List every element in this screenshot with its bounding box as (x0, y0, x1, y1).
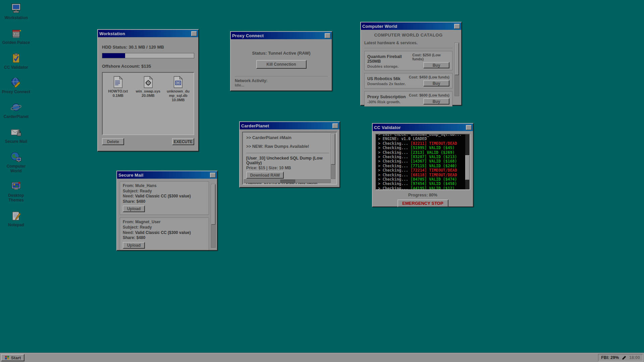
network-activity-value: Idle... (235, 83, 328, 87)
mail-need: Need: Valid Classic CC ($300 value) (123, 194, 206, 199)
workstation-titlebar[interactable]: Workstation (98, 30, 198, 37)
desktop-icon-proxy-connect[interactable]: Proxy Connect (1, 77, 32, 95)
terminal-line: > Checking... [97454] VALID ($458) (378, 182, 468, 186)
scrollbar-thumb[interactable] (211, 184, 215, 225)
start-button[interactable]: Start (1, 354, 24, 361)
hdd-progress-fill (102, 53, 125, 58)
icon-label: Workstation (4, 16, 28, 20)
tunnel-status: Status: Tunnel Active (RAW) (235, 51, 328, 56)
desktop-icon-column: Workstation Golden Palace CC Validator (1, 3, 32, 228)
icon-label: Notepad (8, 223, 24, 228)
scrollbar-thumb[interactable] (465, 155, 470, 180)
themes-icon (10, 180, 22, 192)
vertical-scrollbar[interactable] (331, 133, 335, 179)
close-icon[interactable] (210, 173, 216, 178)
desktop-icon-desktop-themes[interactable]: Desktop Themes (1, 180, 32, 203)
globe-monitor-icon (10, 151, 22, 163)
window-title: Workstation (99, 31, 125, 36)
ringed-planet-icon (10, 102, 22, 114)
kill-connection-button[interactable]: Kill Connection (256, 60, 307, 69)
file-panel: HOWTO.txt 0.1MB win_swap.sys 20.0MB (102, 72, 194, 135)
buy-button[interactable]: Buy (423, 80, 449, 86)
item-desc: Downloads 2x faster. (367, 82, 406, 86)
listing-meta: Price: $15 | Size: 10 MB (246, 166, 329, 170)
system-file-icon (143, 76, 153, 88)
buy-button[interactable]: Buy (423, 98, 449, 105)
horizontal-scrollbar[interactable] (244, 179, 331, 183)
computer-world-titlebar[interactable]: Computer World (361, 22, 461, 30)
slot-machine-icon (10, 27, 22, 40)
scrollbar-thumb[interactable] (280, 180, 295, 183)
window-proxy-connect: Proxy Connect Status: Tunnel Active (RAW… (230, 31, 332, 91)
scrollbar-thumb[interactable] (455, 43, 459, 75)
item-desc: Doubles storage. (367, 64, 412, 68)
item-name: Proxy Subscription (367, 95, 406, 99)
terminal-scrollbar[interactable] (465, 134, 470, 189)
desktop-icon-golden-palace[interactable]: Golden Palace (1, 27, 32, 45)
network-activity-label: Network Activity: (235, 78, 328, 83)
forum-panel: >> CarderPlanet #Main >> NEW: Raw Dumps … (242, 132, 337, 185)
close-icon[interactable] (332, 123, 338, 128)
upload-button[interactable]: Upload (123, 205, 145, 212)
offshore-account-label: Offshore Account: $135 (102, 64, 194, 69)
close-icon[interactable] (466, 125, 472, 130)
taskbar-clock: 18:00 (629, 355, 640, 360)
desktop-icon-workstation[interactable]: Workstation (1, 3, 32, 20)
windows-flag-icon (5, 355, 10, 360)
carderplanet-titlebar[interactable]: CarderPlanet (240, 122, 339, 129)
vertical-scrollbar[interactable] (454, 43, 459, 96)
item-cost: Cost: $250 (Low funds) (412, 53, 449, 61)
taskbar: Start FBI: 29% 18:00 (0, 353, 644, 362)
desktop-icon-carderplanet[interactable]: CarderPlanet (1, 102, 32, 119)
window-title: CC Validator (374, 125, 401, 130)
terminal-line: > Checking... [82211] TIMEOUT/DEAD (378, 141, 468, 146)
terminal-line: > Checking... [14367] VALID ($168) (378, 159, 468, 164)
download-raw-button[interactable]: Download RAW (246, 172, 284, 179)
file-unknown-dump[interactable]: unknown_dump_sql.db 10.0MB (165, 76, 191, 102)
close-icon[interactable] (191, 31, 197, 36)
file-win-swap[interactable]: win_swap.sys 20.0MB (136, 76, 161, 98)
desktop-icon-computer-world[interactable]: Computer World (1, 151, 32, 174)
execute-button[interactable]: EXECUTE (172, 138, 194, 145)
catalog-item: Proxy Subscription -30% Risk growth. Cos… (364, 91, 452, 107)
mail-item: From: Mule_Hans Subject: Ready Need: Val… (120, 181, 209, 215)
secure-mail-titlebar[interactable]: Secure Mail (117, 171, 217, 179)
fbi-heat-status: FBI: 29% (601, 355, 619, 360)
close-icon[interactable] (454, 24, 460, 29)
mail-subject: Subject: Ready (123, 189, 206, 194)
scrollbar-thumb[interactable] (331, 134, 335, 165)
mail-item: From: Magnet_User Subject: Ready Need: V… (120, 218, 209, 250)
icon-label: Proxy Connect (2, 90, 31, 95)
upload-button[interactable]: Upload (123, 242, 145, 249)
desktop-icon-notepad[interactable]: Notepad (1, 210, 32, 228)
proxy-titlebar[interactable]: Proxy Connect (231, 32, 332, 39)
icon-label: Desktop Themes (2, 193, 31, 203)
window-secure-mail: Secure Mail From: Mule_Hans Subject: Rea… (116, 171, 218, 251)
file-howto[interactable]: HOWTO.txt 0.1MB (105, 76, 131, 98)
divider (246, 153, 329, 153)
window-title: Secure Mail (118, 173, 143, 178)
vertical-scrollbar[interactable] (211, 184, 216, 248)
terminal-line: > Checking... [51995] VALID ($45) (378, 146, 468, 150)
icon-label: CC Validator (4, 65, 28, 70)
catalog-heading: COMPUTER WORLD CATALOG (364, 33, 452, 38)
file-size: 10.0MB (172, 98, 185, 102)
window-title: CarderPlanet (241, 123, 269, 128)
workstation-computer-icon (10, 3, 22, 15)
mail-from: From: Mule_Hans (123, 183, 206, 189)
close-icon[interactable] (325, 33, 330, 38)
cc-validator-titlebar[interactable]: CC Validator (373, 124, 473, 131)
item-name: Quantum Fireball 250MB (367, 54, 412, 64)
mail-need: Need: Valid Classic CC ($300 value) (123, 230, 206, 236)
desktop-icon-cc-validator[interactable]: CC Validator (1, 52, 32, 70)
catalog-item: US Robotics 56k Downloads 2x faster. Cos… (364, 73, 452, 88)
desktop-icon-secure-mail[interactable]: Secure Mail (1, 126, 32, 144)
database-file-icon (173, 76, 183, 88)
file-name: HOWTO.txt (108, 89, 128, 94)
emergency-stop-button[interactable]: EMERGENCY STOP (397, 199, 448, 207)
listing-title: [User_33] Unchecked SQL Dump (Low Qualit… (246, 156, 329, 165)
buy-button[interactable]: Buy (423, 62, 449, 68)
delete-button[interactable]: Delete (102, 138, 124, 145)
terminal-line: > Checking... [83287] VALID ($213) (378, 155, 468, 159)
file-name: win_swap.sys (136, 89, 160, 94)
